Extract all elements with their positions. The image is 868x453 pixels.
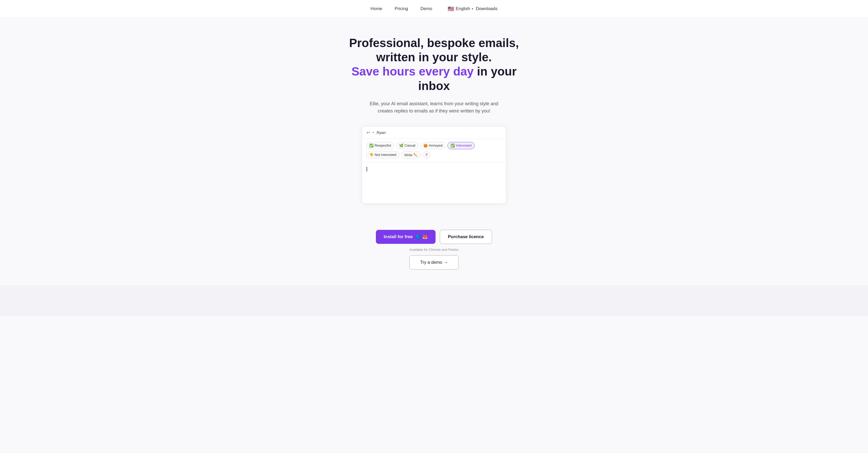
- chip-annoyed-label: Annoyed: [429, 143, 442, 147]
- cta-section: Install for free 🔵 🦊 Purchase licence Av…: [0, 227, 868, 285]
- install-button[interactable]: Install for free 🔵 🦊: [376, 230, 435, 244]
- chip-casual[interactable]: 🌿 Casual: [396, 142, 418, 149]
- hero-title-highlight: Save hours every day: [351, 65, 473, 78]
- chrome-icon: 🔵: [415, 234, 421, 240]
- help-icon: ?: [426, 153, 428, 157]
- chip-casual-label: Casual: [405, 143, 415, 147]
- cta-buttons: Install for free 🔵 🦊 Purchase licence: [376, 230, 492, 244]
- nav-pricing[interactable]: Pricing: [395, 6, 408, 11]
- hero-subtitle: Ellie, your AI email assistant, learns f…: [367, 100, 501, 115]
- chip-interested-emoji: ✅: [451, 143, 455, 148]
- chip-write[interactable]: Write ✏️: [401, 151, 421, 159]
- flag-icon: 🇺🇸: [448, 6, 454, 12]
- text-cursor: [367, 167, 367, 171]
- nav-right: 🇺🇸 English ▾ Downloads: [448, 6, 498, 12]
- bottom-area: [0, 285, 868, 316]
- widget-header: ↩ ▾ Ryan: [362, 126, 506, 139]
- navbar: Home Pricing Demo 🇺🇸 English ▾ Downloads: [0, 0, 868, 18]
- nav-left: Home Pricing Demo: [370, 6, 432, 11]
- chevron-down-icon: ▾: [472, 7, 473, 10]
- nav-home[interactable]: Home: [370, 6, 382, 11]
- chip-interested-label: Interested: [456, 143, 471, 147]
- hero-title-part1: Professional, bespoke emails, written in…: [349, 36, 519, 64]
- browser-icons: 🔵 🦊: [415, 234, 428, 240]
- purchase-button[interactable]: Purchase licence: [440, 230, 492, 244]
- chip-annoyed[interactable]: 😡 Annoyed: [420, 142, 445, 149]
- demo-button-label: Try a demo →: [420, 260, 448, 265]
- demo-button[interactable]: Try a demo →: [409, 255, 459, 270]
- hero-section: Professional, bespoke emails, written in…: [0, 18, 868, 227]
- chip-casual-emoji: 🌿: [399, 143, 404, 148]
- firefox-icon: 🦊: [422, 234, 428, 240]
- chip-respectful-emoji: ✅: [369, 143, 374, 148]
- availability-text: Available for Chrome and Firefox: [409, 248, 459, 252]
- chip-respectful[interactable]: ✅ Respectful: [366, 142, 394, 149]
- chip-not-interested-emoji: 👎: [369, 153, 374, 157]
- lang-label: English: [456, 6, 470, 11]
- chip-respectful-label: Respectful: [375, 143, 391, 147]
- chip-write-label: Write ✏️: [404, 153, 418, 157]
- nav-demo[interactable]: Demo: [421, 6, 432, 11]
- language-selector[interactable]: 🇺🇸 English ▾: [448, 6, 473, 12]
- dropdown-arrow-icon: ▾: [373, 131, 374, 134]
- widget-user-name: Ryan: [377, 130, 386, 135]
- chip-interested[interactable]: ✅ Interested: [447, 142, 474, 149]
- chip-not-interested-label: Not interested: [375, 153, 396, 157]
- widget-body[interactable]: [362, 162, 506, 203]
- email-widget: ↩ ▾ Ryan ✅ Respectful 🌿 Casual 😡 Annoyed…: [362, 126, 506, 204]
- chip-annoyed-emoji: 😡: [424, 143, 428, 148]
- hero-title: Professional, bespoke emails, written in…: [344, 36, 524, 93]
- purchase-button-label: Purchase licence: [448, 234, 484, 239]
- nav-downloads[interactable]: Downloads: [476, 6, 498, 11]
- chip-not-interested[interactable]: 👎 Not interested: [366, 151, 399, 159]
- reply-icon: ↩: [367, 130, 370, 135]
- chip-help[interactable]: ?: [423, 151, 430, 159]
- widget-chips: ✅ Respectful 🌿 Casual 😡 Annoyed ✅ Intere…: [362, 139, 506, 162]
- install-button-label: Install for free: [383, 234, 412, 239]
